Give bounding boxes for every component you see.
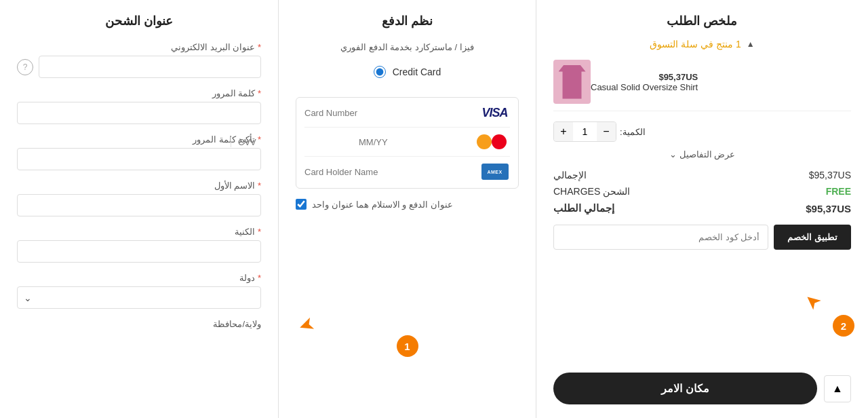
order-summary-title: ملخص الطلب — [553, 14, 851, 28]
mastercard-logo — [479, 134, 510, 149]
expiry-cvv-fields — [231, 137, 473, 147]
email-input[interactable] — [39, 56, 261, 78]
arrow-to-discount: ➤ — [800, 288, 826, 315]
mc-circle-orange — [477, 134, 492, 149]
last-name-label: * الكنية — [17, 227, 261, 237]
last-name-group: * الكنية — [17, 227, 261, 263]
subtotal-label: الإجمالي — [553, 170, 587, 180]
credit-card-label: Credit Card — [393, 66, 441, 77]
same-address-checkbox[interactable] — [296, 199, 307, 210]
payment-method-label: فيزا / ماسترکارد بخدمة الدفع الفوري — [296, 42, 519, 52]
show-details-link[interactable]: عرض التفاصيل ⌄ — [669, 149, 735, 159]
quantity-label: الكمية: — [620, 127, 646, 137]
subtotal-row: $95,37US الإجمالي — [553, 170, 851, 180]
order-summary-panel: ملخص الطلب ▲ 1 منتج في سلة التسوق $95,37… — [536, 0, 868, 418]
shipping-panel: عنوان الشحن * عنوان البريد الالكتروني ? … — [0, 0, 278, 418]
mc-circle-red — [492, 134, 507, 149]
email-group: * عنوان البريد الالكتروني ? — [17, 42, 261, 78]
subtotal-value: $95,37US — [809, 170, 851, 180]
annotation-circle-2: 2 — [833, 315, 854, 337]
grand-total-row: $95,37US إجمالي الطلب — [553, 202, 851, 214]
cvv-input[interactable] — [231, 137, 352, 147]
password-label: * كلمة المرور — [17, 88, 261, 98]
place-order-button[interactable]: مكان الامر — [553, 373, 817, 404]
shirt-icon — [559, 65, 586, 99]
confirm-password-group: * تأكيد كلمة المرور — [17, 134, 261, 170]
password-input[interactable] — [17, 102, 261, 124]
confirm-password-label: * تأكيد كلمة المرور — [17, 134, 261, 145]
country-select[interactable] — [17, 286, 261, 309]
card-form: VISA AMEX — [296, 97, 519, 189]
same-address-label: عنوان الدفع و الاستلام هما عنوان واحد — [312, 200, 453, 210]
show-details-text: عرض التفاصيل — [679, 149, 736, 159]
password-group: * كلمة المرور — [17, 88, 261, 124]
card-number-row: VISA — [304, 106, 510, 128]
apply-discount-button[interactable]: تطبيق الخصم — [774, 225, 851, 250]
product-row: $95,37US Casual Solid Oversize Shirt — [553, 60, 851, 111]
product-name: Casual Solid Oversize Shirt — [591, 82, 698, 92]
discount-input[interactable] — [553, 225, 768, 250]
product-price: $95,37US — [591, 72, 698, 82]
confirm-password-input[interactable] — [17, 148, 261, 170]
quantity-row: الكمية: − + — [553, 121, 851, 142]
shipping-title: عنوان الشحن — [17, 14, 261, 28]
quantity-decrease-button[interactable]: − — [597, 122, 616, 141]
country-label: * دولة — [17, 273, 261, 283]
quantity-increase-button[interactable]: + — [554, 122, 573, 141]
email-label: * عنوان البريد الالكتروني — [17, 42, 261, 52]
first-name-group: * الاسم الأول — [17, 180, 261, 216]
cardholder-input[interactable] — [304, 167, 473, 177]
product-info: $95,37US Casual Solid Oversize Shirt — [591, 72, 851, 92]
country-select-wrapper: ⌄ — [17, 286, 261, 309]
arrow-to-payment: ➤ — [296, 312, 318, 339]
amex-logo: AMEX — [479, 164, 510, 180]
totals-section: $95,37US الإجمالي FREE الشحن CHARGES $95… — [553, 170, 851, 214]
quantity-control[interactable]: − + — [553, 121, 616, 142]
payment-title: نظم الدفع — [296, 14, 519, 28]
province-group: ولاية/محافظة — [17, 319, 261, 329]
annotation-circle-1: 1 — [397, 335, 418, 357]
shipping-row: FREE الشحن CHARGES — [553, 186, 851, 197]
show-details[interactable]: عرض التفاصيل ⌄ — [553, 149, 851, 159]
shipping-label: الشحن CHARGES — [553, 186, 630, 197]
province-label: ولاية/محافظة — [17, 319, 261, 329]
first-name-label: * الاسم الأول — [17, 180, 261, 191]
cart-link[interactable]: 1 منتج في سلة التسوق — [650, 39, 741, 50]
cart-chevron-icon: ▲ — [747, 39, 755, 49]
visa-logo: VISA — [479, 106, 510, 120]
country-group: * دولة ⌄ — [17, 273, 261, 309]
cardholder-row: AMEX — [304, 164, 510, 180]
expiry-cvv-row — [304, 134, 510, 157]
show-details-chevron-icon: ⌄ — [669, 149, 677, 159]
shipping-value: FREE — [826, 186, 851, 197]
scroll-top-button[interactable]: ▲ — [824, 375, 851, 402]
payment-panel: نظم الدفع فيزا / ماسترکارد بخدمة الدفع ا… — [278, 0, 536, 418]
email-help-icon[interactable]: ? — [17, 59, 33, 75]
credit-card-radio[interactable] — [374, 66, 386, 78]
last-name-input[interactable] — [17, 240, 261, 263]
cart-toggle[interactable]: ▲ 1 منتج في سلة التسوق — [553, 39, 851, 50]
discount-section: تطبيق الخصم — [553, 225, 851, 250]
quantity-input[interactable] — [573, 126, 597, 137]
grand-total-label: إجمالي الطلب — [553, 202, 614, 214]
first-name-input[interactable] — [17, 194, 261, 216]
credit-card-option[interactable]: Credit Card — [296, 60, 519, 83]
product-image — [553, 60, 591, 104]
bottom-bar: ▲ مكان الامر — [553, 373, 851, 404]
email-help-row: ? — [17, 56, 261, 78]
card-number-input[interactable] — [304, 108, 473, 118]
same-address-row: عنوان الدفع و الاستلام هما عنوان واحد — [296, 199, 519, 210]
expiry-input[interactable] — [359, 137, 473, 147]
grand-total-value: $95,37US — [806, 203, 851, 214]
